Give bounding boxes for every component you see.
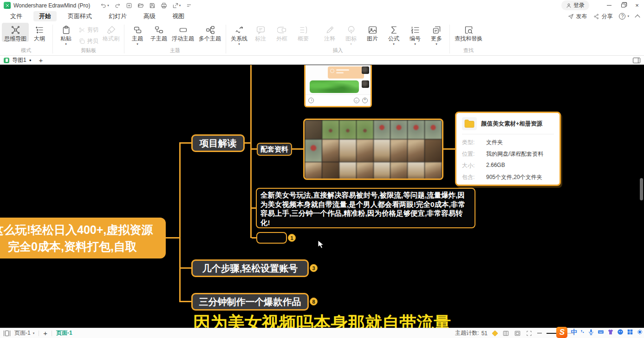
- active-page-label[interactable]: 页面-1: [56, 329, 72, 337]
- collapse-ribbon-button[interactable]: [635, 14, 640, 20]
- photo-grid-node[interactable]: [303, 119, 443, 180]
- login-button[interactable]: 登录: [561, 0, 589, 10]
- zoom-out-button[interactable]: [537, 333, 542, 333]
- close-button[interactable]: ×: [630, 0, 644, 11]
- ribbon-separator: [449, 25, 450, 53]
- restore-button[interactable]: [616, 0, 630, 11]
- photo-thumb: [339, 120, 356, 139]
- split-view-icon[interactable]: [633, 58, 640, 63]
- sogou-logo-icon[interactable]: S: [556, 327, 567, 338]
- skin-shirt-icon[interactable]: [607, 329, 614, 337]
- file-contains-value: 905个文件,20个文件夹: [486, 173, 542, 181]
- photo-thumb: [390, 162, 407, 180]
- description-node[interactable]: 全新美女号玩法,直接解决容易被封号,被限流,等问题,流量爆炸,因为美女视频本身就…: [256, 188, 475, 228]
- chinese-mode-icon[interactable]: 中: [571, 328, 577, 337]
- undo-button[interactable]: ▾: [100, 2, 109, 9]
- document-icon: [4, 58, 9, 63]
- document-tab[interactable]: 导图1 ●: [4, 56, 32, 64]
- tab-advanced[interactable]: 高级: [138, 11, 161, 21]
- file-info-card-node[interactable]: 颜值美女素材+相册资源 类型:文件夹 位置:我的网盘/课程配套资料 大小:2.6…: [455, 112, 561, 186]
- new-document-tab-button[interactable]: +: [39, 56, 43, 64]
- soft-keyboard-icon[interactable]: [598, 329, 604, 337]
- help-button[interactable]: ?▾: [619, 13, 629, 20]
- branch-project-node[interactable]: 项目解读: [191, 134, 245, 152]
- summary-button[interactable]: 概要: [293, 23, 314, 42]
- share-nodes-icon: [593, 13, 599, 20]
- format-painter-button[interactable]: 格式刷: [100, 23, 122, 42]
- empty-topic-node[interactable]: [256, 232, 287, 244]
- minimize-button[interactable]: [602, 0, 616, 11]
- cut-button[interactable]: 剪切: [77, 26, 100, 34]
- save-button[interactable]: [149, 2, 156, 9]
- boundary-button[interactable]: 外框: [271, 23, 293, 42]
- voice-icon: [308, 98, 314, 103]
- photo-thumb: [390, 139, 407, 162]
- numbering-button[interactable]: 编号 ▾: [404, 23, 426, 45]
- find-replace-button[interactable]: 查找和替换: [452, 23, 485, 42]
- redo-button[interactable]: [114, 2, 121, 9]
- paste-icon: [61, 25, 71, 35]
- page-tab[interactable]: 页面-1 ▾: [14, 329, 34, 337]
- central-topic-node[interactable]: 这么玩!轻松日入400+,虚拟资源 完全0成本,资料打包,自取: [0, 218, 166, 258]
- premium-gem-icon[interactable]: [492, 330, 498, 337]
- relationship-line-button[interactable]: 关系线 ▾: [228, 23, 250, 45]
- mindmap-canvas[interactable]: 颜值美女素材+相册资源 类型:文件夹 位置:我的网盘/课程配套资料 大小:2.6…: [0, 65, 644, 328]
- customize-toolbar-button[interactable]: [186, 2, 192, 9]
- multiple-topics-icon: [205, 25, 215, 35]
- chat-screenshot-node[interactable]: [304, 65, 372, 107]
- branch-material-node[interactable]: 配套资料: [257, 143, 292, 156]
- photo-thumb: [425, 162, 442, 180]
- layout-columns-icon[interactable]: [502, 330, 509, 337]
- tab-file[interactable]: 文件: [5, 11, 28, 21]
- export-button[interactable]: ▾: [172, 2, 181, 9]
- open-file-button[interactable]: [137, 2, 144, 9]
- connector-line: [179, 142, 181, 302]
- slideshow-icon[interactable]: [514, 330, 521, 337]
- new-file-button[interactable]: [126, 2, 132, 9]
- outline-mode-button[interactable]: 大纲: [29, 23, 50, 42]
- ribbon-separator: [52, 25, 53, 53]
- branch-steps-node[interactable]: 几个步骤,轻松设置账号: [191, 259, 309, 277]
- formula-button[interactable]: 公式 ▾: [383, 23, 404, 45]
- numbering-icon: [410, 25, 420, 35]
- group-caption-find: 查找: [452, 47, 485, 55]
- branch-video-node[interactable]: 三分钟制作一个爆款作品: [191, 293, 309, 311]
- find-replace-icon: [464, 25, 474, 35]
- share-button[interactable]: 分享: [593, 13, 612, 20]
- microphone-icon[interactable]: [588, 329, 594, 337]
- multiple-topics-button[interactable]: 多个主题: [196, 23, 223, 42]
- paste-button[interactable]: 粘贴 ▾: [55, 23, 77, 45]
- subtopic-button[interactable]: 子主题: [148, 23, 169, 42]
- ribbon-group-insert: 关系线 ▾ 标注 外框 概要 注释 图标 ▾: [228, 23, 447, 55]
- note-button[interactable]: 注释: [319, 23, 340, 42]
- copy-button[interactable]: 拷贝: [77, 37, 100, 45]
- publish-button[interactable]: 发布: [568, 13, 587, 20]
- collapsed-count-badge[interactable]: 8: [310, 298, 318, 305]
- topic-button[interactable]: 主题 ▾: [127, 23, 148, 45]
- tab-view[interactable]: 视图: [167, 11, 190, 21]
- status-bar: 页面-1 ▾ + 页面-1 主题计数: 51 S 中 ’·: [0, 328, 644, 338]
- mindmap-mode-button[interactable]: 思维导图: [2, 23, 29, 42]
- callout-button[interactable]: 标注: [250, 23, 271, 42]
- print-button[interactable]: [161, 2, 167, 9]
- icon-button[interactable]: 图标 ▾: [340, 23, 362, 45]
- tab-slides[interactable]: 幻灯片: [103, 11, 132, 21]
- connector-line: [252, 237, 256, 239]
- more-insert-button[interactable]: 更多 ▾: [426, 23, 447, 45]
- chat-input-bar: [306, 94, 371, 106]
- picture-button[interactable]: 图片: [362, 23, 383, 42]
- collapsed-count-badge[interactable]: 1: [288, 234, 296, 242]
- toolbox-grid-icon[interactable]: [627, 329, 633, 337]
- page-panel-icon[interactable]: [4, 331, 10, 336]
- settings-gear-icon[interactable]: [637, 329, 643, 337]
- collapsed-count-badge[interactable]: 3: [310, 264, 318, 272]
- fullscreen-icon[interactable]: [526, 330, 533, 337]
- punctuation-icon[interactable]: ’·: [580, 329, 585, 336]
- vertical-scrollbar[interactable]: [640, 178, 643, 200]
- edrawmind-logo-icon: [4, 2, 11, 9]
- tab-home[interactable]: 开始: [33, 11, 57, 21]
- smart-assistant-icon[interactable]: [617, 329, 624, 337]
- add-page-button[interactable]: +: [43, 329, 47, 337]
- floating-topic-button[interactable]: 浮动主题: [169, 23, 196, 42]
- tab-page-style[interactable]: 页面样式: [62, 11, 98, 21]
